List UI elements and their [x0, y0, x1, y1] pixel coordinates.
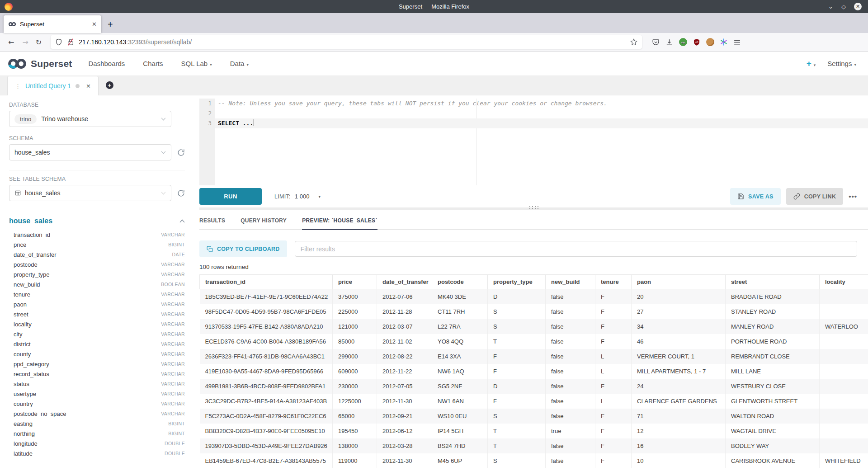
table-cell: BB8320C9-D82B-4B37-90E0-9FEE05095E10	[200, 424, 333, 438]
cookie-icon[interactable]	[706, 38, 714, 46]
column-type: DOUBLE	[165, 451, 185, 456]
tab-results[interactable]: RESULTS	[199, 217, 225, 230]
column-name: street	[14, 311, 28, 318]
refresh-table-icon[interactable]	[171, 189, 185, 197]
table-cell: F	[595, 438, 632, 453]
forward-icon[interactable]: →	[22, 38, 28, 47]
table-cell: 299000	[333, 349, 377, 364]
add-new-button[interactable]: +▾	[807, 59, 816, 69]
copy-to-clipboard-button[interactable]: COPY TO CLIPBOARD	[199, 240, 287, 257]
more-options-icon[interactable]: •••	[849, 193, 857, 200]
tab-close-icon[interactable]: ✕	[92, 21, 97, 28]
table-cell: 2012-06-12	[377, 424, 432, 438]
table-header-cell[interactable]: price	[333, 275, 377, 289]
database-select[interactable]: trino Trino warehouse	[9, 111, 171, 127]
table-header-cell[interactable]: property_type	[488, 275, 546, 289]
table-row: ECE1D376-C9A6-4C00-B004-A380B189FA568500…	[200, 334, 868, 349]
table-cell: F	[595, 453, 632, 468]
query-tab-close-icon[interactable]: ✕	[86, 83, 90, 89]
table-row: 419E1030-9A55-4467-8DA9-9FED95D659666090…	[200, 364, 868, 379]
table-cell: WESTBURY CLOSE	[726, 379, 820, 394]
superset-brand[interactable]: Superset	[7, 58, 72, 70]
refresh-schema-icon[interactable]	[171, 149, 185, 156]
nav-charts[interactable]: Charts	[143, 60, 163, 67]
column-name: ppd_category	[14, 361, 49, 367]
containers-icon[interactable]	[720, 38, 727, 46]
tab-preview-house-sales[interactable]: PREVIEW: `HOUSE_SALES`	[302, 217, 377, 230]
drag-handle-icon[interactable]: ⋮	[15, 83, 21, 89]
new-query-tab-button[interactable]: +	[106, 81, 113, 89]
back-icon[interactable]: ←	[8, 38, 14, 47]
lock-crossed-icon[interactable]	[67, 38, 74, 46]
table-cell: MANLEY ROAD	[726, 319, 820, 334]
table-header-cell[interactable]: tenure	[595, 275, 632, 289]
table-header-cell[interactable]: locality	[820, 275, 868, 289]
schema-column-row: date_of_transferDATE	[9, 250, 185, 259]
settings-menu[interactable]: Settings▾	[827, 60, 856, 67]
ublock-icon[interactable]: uO	[693, 38, 700, 46]
column-type: VARCHAR	[161, 292, 185, 297]
filter-results-input[interactable]	[295, 241, 857, 257]
table-row: 98F5DC47-0D05-4D59-95B7-98CA6F1FDE052250…	[200, 304, 868, 319]
tab-query-history[interactable]: QUERY HISTORY	[241, 217, 287, 230]
table-header-cell[interactable]: new_build	[546, 275, 595, 289]
table-header-cell[interactable]: transaction_id	[200, 275, 333, 289]
window-maximize-icon[interactable]: ◇	[841, 4, 846, 9]
table-icon	[14, 190, 21, 196]
table-cell: 34	[632, 319, 726, 334]
table-header-cell[interactable]: postcode	[432, 275, 488, 289]
table-cell: BRADGATE ROAD	[726, 289, 820, 305]
results-body: 1B5C39ED-BE7F-41EF-9E71-9C60EED74A223750…	[200, 289, 868, 469]
limit-dropdown[interactable]: LIMIT: 1 000 ▾	[274, 193, 321, 200]
table-cell: F	[595, 409, 632, 424]
column-name: property_type	[14, 271, 50, 278]
shield-icon[interactable]	[55, 38, 62, 46]
table-header-cell[interactable]: date_of_transfer	[377, 275, 432, 289]
column-name: record_status	[14, 371, 49, 377]
window-close-icon[interactable]: ✕	[854, 3, 862, 10]
chevron-up-icon[interactable]	[179, 219, 185, 223]
line-number: 3	[199, 118, 215, 128]
schema-column-row: property_typeVARCHAR	[9, 269, 185, 279]
menu-hamburger-icon[interactable]	[733, 38, 741, 46]
table-cell: 225000	[333, 304, 377, 319]
table-cell	[820, 424, 868, 438]
table-cell: F	[595, 304, 632, 319]
table-cell: WAGTAIL DRIVE	[726, 424, 820, 438]
table-cell: NW1 6AN	[432, 394, 488, 409]
nav-data[interactable]: Data▾	[230, 60, 249, 67]
divider	[9, 210, 185, 210]
bookmark-star-icon[interactable]	[630, 38, 637, 46]
save-as-button[interactable]: SAVE AS	[730, 188, 781, 205]
copy-link-button[interactable]: COPY LINK	[786, 188, 844, 205]
window-minimize-icon[interactable]: ⌄	[828, 4, 833, 9]
query-tab-label: Untitled Query 1	[25, 82, 71, 89]
download-icon[interactable]	[665, 38, 673, 46]
pane-resize-divider[interactable]	[199, 207, 868, 210]
table-title[interactable]: house_sales	[9, 217, 52, 225]
run-button[interactable]: RUN	[199, 188, 262, 205]
nav-sql-lab[interactable]: SQL Lab▾	[181, 60, 212, 67]
column-name: new_build	[14, 281, 40, 288]
nav-dashboards[interactable]: Dashboards	[88, 60, 125, 67]
column-type: VARCHAR	[161, 351, 185, 357]
schema-select[interactable]: house_sales	[9, 144, 171, 160]
reload-icon[interactable]: ↻	[36, 38, 42, 47]
url-bar[interactable]: 217.160.120.143:32393/superset/sqllab/	[51, 35, 642, 49]
table-select[interactable]: house_sales	[9, 185, 171, 201]
schema-column-row: countryVARCHAR	[9, 399, 185, 409]
privacy-badger-icon[interactable]: 🦡	[679, 38, 687, 46]
new-tab-button[interactable]: +	[108, 19, 113, 30]
table-row: F5C273AC-0D2A-458F-8279-9C61F0C22EC66500…	[200, 409, 868, 424]
pocket-icon[interactable]	[652, 38, 660, 46]
drag-grip-icon[interactable]	[528, 206, 539, 209]
superset-navbar: Superset Dashboards Charts SQL Lab▾ Data…	[0, 52, 868, 76]
table-cell: false	[546, 453, 595, 468]
line-number: 1	[199, 99, 215, 108]
sql-editor[interactable]: 123 -- Note: Unless you save your query,…	[199, 99, 868, 185]
browser-tab[interactable]: Superset ✕	[4, 15, 101, 33]
table-header-cell[interactable]: paon	[632, 275, 726, 289]
table-header-cell[interactable]: street	[726, 275, 820, 289]
window-title: Superset — Mozilla Firefox	[0, 3, 868, 10]
query-tab[interactable]: ⋮ Untitled Query 1 ✕	[7, 76, 99, 95]
